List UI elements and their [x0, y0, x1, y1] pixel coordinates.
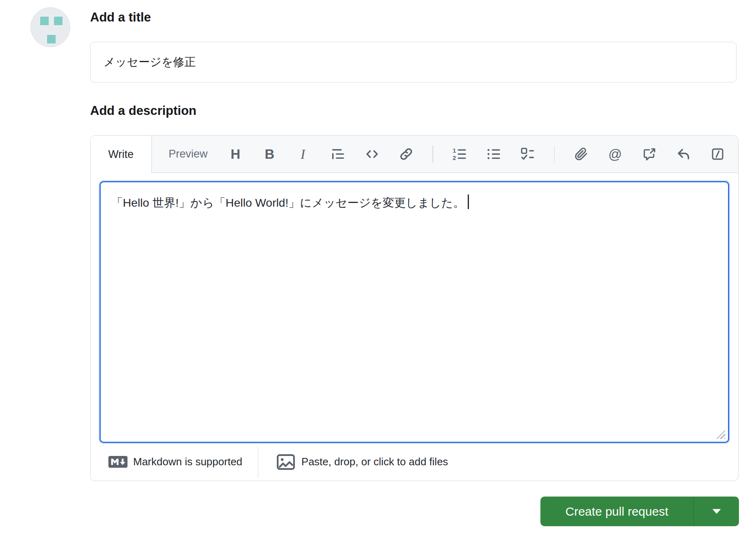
quote-icon	[331, 147, 345, 161]
editor-body: 「Hello 世界!」から「Hello World!」にメッセージを変更しました…	[91, 173, 738, 443]
code-icon	[365, 147, 379, 161]
create-pr-button-group: Create pull request	[540, 497, 739, 526]
markdown-icon	[108, 456, 127, 468]
attach-files-label: Paste, drop, or click to add files	[301, 456, 448, 468]
task-list-icon	[521, 147, 534, 161]
numbered-list-button[interactable]: 1 2	[452, 145, 467, 164]
toolbar-divider	[554, 146, 555, 163]
quote-button[interactable]	[330, 145, 346, 164]
markdown-supported-label: Markdown is supported	[133, 456, 242, 468]
attach-files-button[interactable]: Paste, drop, or click to add files	[276, 452, 448, 472]
svg-text:2: 2	[453, 155, 456, 161]
footer-divider	[258, 446, 259, 478]
new-pull-request-form: Add a title Add a description Write Prev…	[90, 0, 739, 526]
pr-title-input[interactable]	[90, 42, 737, 82]
unordered-list-icon	[487, 147, 500, 161]
numbered-list-icon: 1 2	[453, 147, 466, 161]
mention-button[interactable]: @	[607, 145, 623, 164]
italic-button[interactable]: I	[296, 145, 311, 164]
avatar	[30, 7, 70, 47]
slash-commands-icon	[711, 147, 724, 161]
tab-preview[interactable]: Preview	[152, 136, 225, 173]
code-button[interactable]	[364, 145, 380, 164]
bold-icon: B	[265, 147, 274, 161]
avatar-identicon-square	[54, 17, 63, 25]
saved-replies-button[interactable]	[676, 145, 691, 164]
text-cursor	[468, 194, 469, 209]
unordered-list-button[interactable]	[486, 145, 501, 164]
cross-reference-button[interactable]	[642, 145, 657, 164]
italic-icon: I	[300, 147, 307, 161]
create-pull-request-button[interactable]: Create pull request	[540, 497, 693, 526]
attach-file-button[interactable]	[573, 145, 589, 164]
heading-icon: H	[231, 147, 240, 161]
svg-text:1: 1	[453, 147, 456, 154]
editor-header: Write Preview H B I	[91, 136, 738, 173]
slash-commands-button[interactable]	[710, 145, 725, 164]
mention-icon: @	[608, 147, 622, 161]
markdown-editor: Write Preview H B I	[90, 135, 739, 481]
description-text: 「Hello 世界!」から「Hello World!」にメッセージを変更しました…	[111, 196, 465, 209]
description-label: Add a description	[90, 104, 739, 118]
toolbar-divider	[432, 146, 433, 163]
editor-footer: Markdown is supported Paste, drop, or cl…	[91, 443, 738, 481]
image-icon	[276, 452, 296, 472]
cross-reference-icon	[643, 147, 656, 161]
tab-write[interactable]: Write	[91, 136, 152, 173]
task-list-button[interactable]	[520, 145, 536, 164]
reply-icon	[677, 147, 690, 161]
link-button[interactable]	[398, 145, 414, 164]
pr-description-textarea[interactable]: 「Hello 世界!」から「Hello World!」にメッセージを変更しました…	[99, 181, 729, 443]
markdown-supported-link[interactable]: Markdown is supported	[108, 456, 242, 468]
title-label: Add a title	[90, 10, 739, 25]
heading-button[interactable]: H	[228, 145, 243, 164]
avatar-identicon-square	[47, 35, 56, 43]
bold-button[interactable]: B	[262, 145, 277, 164]
chevron-down-icon	[712, 509, 721, 514]
create-pull-request-dropdown-button[interactable]	[693, 497, 739, 526]
formatting-toolbar: H B I	[225, 136, 738, 173]
avatar-identicon-square	[40, 17, 49, 25]
link-icon	[400, 147, 413, 161]
attach-file-icon	[575, 147, 588, 161]
form-actions: Create pull request	[90, 497, 739, 526]
resize-handle[interactable]	[716, 430, 725, 439]
